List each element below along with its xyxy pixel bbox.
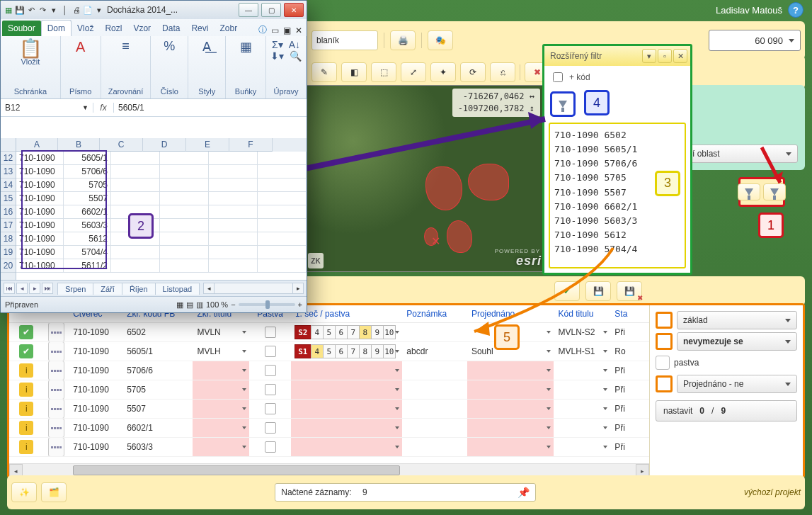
table-row[interactable]: ✔710-10906502MVLNS245678910MVLN-S2Při <box>9 323 649 342</box>
tool-wand-2[interactable]: ✨ <box>11 482 37 502</box>
excel-row[interactable]: 710-10905612 <box>16 232 307 246</box>
view-layout-icon[interactable]: ▤ <box>186 300 193 310</box>
pastva-checkbox[interactable] <box>265 346 276 357</box>
cell-sec[interactable] <box>291 400 402 418</box>
row-head[interactable]: 16 <box>1 205 16 219</box>
cell-sec[interactable] <box>291 438 402 456</box>
name-box[interactable]: B12▼ <box>1 103 93 113</box>
zoom-in-icon[interactable]: + <box>298 300 302 309</box>
tool-b[interactable]: ◧ <box>341 62 367 82</box>
cell-kod[interactable] <box>554 400 610 418</box>
cell-sec[interactable] <box>291 419 402 437</box>
filter-box[interactable] <box>738 177 785 207</box>
group-cells[interactable]: ▦Buňky <box>226 36 266 98</box>
zoom-out-icon[interactable]: − <box>231 300 235 309</box>
ribbon-restore-icon[interactable]: ▣ <box>283 26 291 35</box>
table-row[interactable]: i710-10906602/1Při <box>9 419 649 438</box>
cell-kod[interactable] <box>554 361 610 380</box>
side-cb-3[interactable] <box>656 356 670 370</box>
col-head[interactable]: A <box>16 138 58 152</box>
excel-max-button[interactable]: ▢ <box>261 3 281 17</box>
help-button[interactable]: ? <box>788 2 804 18</box>
cell-proj[interactable] <box>467 400 554 418</box>
cell-title[interactable] <box>193 380 249 399</box>
map-zk-button[interactable]: ZK <box>308 253 324 268</box>
filter-item[interactable]: 710-1090 5706/6 <box>554 157 680 171</box>
sheet-tab[interactable]: Srpen <box>57 283 93 295</box>
table-row[interactable]: ✔710-10905605/1MVLHS145678910abcdrSouhlM… <box>9 342 649 361</box>
cell-title[interactable] <box>193 438 249 456</box>
print-button[interactable]: 🖨️ <box>390 30 416 50</box>
drag-handle-icon[interactable] <box>48 400 64 418</box>
tab-revi[interactable]: Revi <box>185 21 214 36</box>
table-row[interactable]: i710-10905603/3Při <box>9 438 649 457</box>
tool-g[interactable]: ⎌ <box>490 62 515 82</box>
excel-sheet[interactable]: 121314151617181920 ABCDEF 710-10905605/1… <box>1 138 307 280</box>
filter-item[interactable]: 710-1090 6602/1 <box>554 200 680 214</box>
filter-item[interactable]: 710-1090 5612 <box>554 228 680 242</box>
side-cb-4[interactable] <box>656 375 673 392</box>
data-grid[interactable]: Čtverec Zkr. kódu FB Zkr. titulu Pastva … <box>9 305 649 476</box>
tool-a[interactable]: ✎ <box>311 62 337 82</box>
pastva-checkbox[interactable] <box>265 365 276 376</box>
filter-item[interactable]: 710-1090 5603/3 <box>554 214 680 228</box>
col-head[interactable]: F <box>229 138 273 152</box>
side-dd-2[interactable]: nevymezuje se <box>677 332 797 351</box>
ribbon-help-icon[interactable]: ⓘ <box>258 24 267 36</box>
sheet-tabs[interactable]: ⏮◂▸⏭ SrpenZáříŘíjenListopad ◂▸ <box>1 280 307 296</box>
formula-value[interactable]: 5605/1 <box>114 103 307 113</box>
side-dd-1[interactable]: základ <box>677 311 797 329</box>
cell-kod[interactable] <box>554 419 610 437</box>
side-cb-1[interactable] <box>656 312 673 329</box>
cell-proj[interactable] <box>467 419 554 437</box>
ribbon-min-icon[interactable]: ▭ <box>271 26 279 35</box>
oblast-dropdown[interactable]: tní oblast <box>679 145 798 163</box>
tool-layers[interactable]: 🗂️ <box>41 482 67 502</box>
cell-title[interactable]: MVLN <box>193 323 249 341</box>
group-align[interactable]: ≡Zarovnání <box>101 36 151 98</box>
save-icon[interactable]: 💾 <box>15 5 25 15</box>
col-head[interactable]: D <box>143 138 186 152</box>
col-head[interactable]: C <box>100 138 143 152</box>
table-row[interactable]: i710-10905507Při <box>9 400 649 419</box>
side-cb-2[interactable] <box>656 333 673 350</box>
table-row[interactable]: i710-10905705Při <box>9 380 649 400</box>
ext-filter-close[interactable]: ✕ <box>673 49 687 63</box>
table-row[interactable]: i710-10905706/6Při <box>9 361 649 380</box>
search-input[interactable]: blaník <box>311 30 378 50</box>
ribbon-close-icon[interactable]: ✕ <box>295 26 302 35</box>
excel-row[interactable]: 710-10905603/3 <box>16 219 307 232</box>
excel-row[interactable]: 710-10905507 <box>16 192 307 205</box>
drag-handle-icon[interactable] <box>48 361 64 380</box>
row-head[interactable]: 20 <box>1 259 16 273</box>
qat-pdf-icon[interactable]: 📄 <box>83 5 93 15</box>
group-styles[interactable]: A͟Styly <box>188 36 226 98</box>
tab-vloz[interactable]: Vlož <box>72 21 99 36</box>
side-dd-4[interactable]: Projednáno - ne <box>677 375 797 393</box>
drag-handle-icon[interactable] <box>48 438 64 456</box>
row-head[interactable]: 17 <box>1 219 16 232</box>
col-head[interactable]: E <box>186 138 229 152</box>
cell-proj[interactable] <box>467 380 554 399</box>
cell-title[interactable]: MVLH <box>193 342 249 361</box>
tab-zobr[interactable]: Zobr <box>214 21 243 36</box>
filter-list[interactable]: 3 710-1090 6502710-1090 5605/1710-1090 5… <box>549 123 686 268</box>
view-break-icon[interactable]: ▥ <box>196 300 203 310</box>
pastva-checkbox[interactable] <box>265 403 276 414</box>
confirm-button[interactable]: ✔ <box>554 281 580 301</box>
drag-handle-icon[interactable] <box>48 342 64 361</box>
cell-sec[interactable] <box>291 380 402 399</box>
tab-rozl[interactable]: Rozl <box>99 21 127 36</box>
grid-scrollbar-h[interactable]: ◂ ▸ <box>9 463 649 476</box>
excel-row[interactable]: 710-10906602/1 <box>16 205 307 219</box>
qat-print-icon[interactable]: 🖨 <box>72 5 81 15</box>
cell-kod[interactable] <box>554 380 610 399</box>
discard-button[interactable]: 💾✖ <box>617 281 642 301</box>
col-head[interactable]: B <box>58 138 100 152</box>
group-number[interactable]: %Číslo <box>151 36 188 98</box>
pin-icon[interactable]: 📌 <box>517 487 530 498</box>
pastva-checkbox[interactable] <box>265 384 276 395</box>
cell-kod[interactable] <box>554 438 610 456</box>
excel-close-button[interactable]: ✕ <box>284 3 304 17</box>
row-head[interactable]: 13 <box>1 165 16 179</box>
